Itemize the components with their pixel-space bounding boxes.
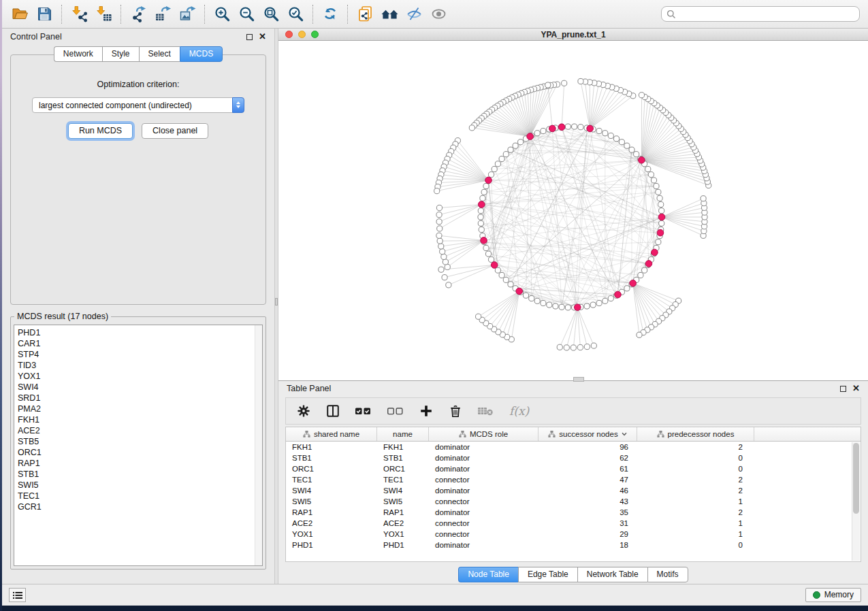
network-graph[interactable] [278,41,867,380]
satellite-node[interactable] [436,233,442,238]
mcds-list-scrollbar[interactable] [255,325,262,565]
task-history-button[interactable] [9,588,26,602]
close-panel-icon[interactable]: ✕ [259,33,266,40]
mcds-hub-node[interactable] [658,214,665,220]
float-panel-icon[interactable] [840,386,846,392]
table-tab-edge-table[interactable]: Edge Table [518,567,577,582]
satellite-node[interactable] [476,314,481,319]
mcds-result-item[interactable]: STB5 [18,436,262,447]
table-scrollbar[interactable] [852,442,860,561]
mcds-result-item[interactable]: SWI5 [18,480,262,491]
satellite-node[interactable] [436,205,442,210]
satellite-node[interactable] [437,226,443,231]
mcds-hub-node[interactable] [657,229,664,236]
table-row[interactable]: FKH1FKH1dominator962 [286,442,861,452]
zoom-fit-icon[interactable] [259,3,283,26]
network-canvas[interactable] [278,41,868,380]
ring-node[interactable] [659,208,664,214]
save-session-icon[interactable] [32,3,57,26]
cell-name[interactable]: ACE2 [377,519,429,527]
ring-node[interactable] [541,300,546,306]
table-row[interactable]: SWI4SWI4dominator462 [286,485,861,496]
cell-MCDS-role[interactable]: dominator [429,465,539,473]
export-network-icon[interactable] [126,3,150,26]
table-tab-node-table[interactable]: Node Table [458,567,518,582]
mcds-result-item[interactable]: RAP1 [18,458,262,469]
table-row[interactable]: STB1STB1dominator620 [286,452,861,463]
table-row[interactable]: SWI5SWI5connector431 [286,496,861,507]
mcds-hub-node[interactable] [615,291,622,298]
ring-node[interactable] [480,195,485,201]
cell-shared-name[interactable]: PHD1 [286,541,377,549]
add-column-icon[interactable] [419,403,434,418]
mcds-hub-node[interactable] [645,261,652,267]
ring-node[interactable] [656,240,661,245]
column-header-name[interactable]: name [377,427,429,441]
mcds-hub-node[interactable] [516,288,523,295]
ring-node[interactable] [503,152,509,157]
ring-node[interactable] [648,171,654,177]
ring-node[interactable] [619,139,624,145]
mcds-hub-node[interactable] [587,125,594,132]
cell-MCDS-role[interactable]: dominator [429,443,539,451]
ring-node[interactable] [488,171,494,177]
cell-MCDS-role[interactable]: connector [429,530,539,538]
cell-name[interactable]: PHD1 [377,541,429,549]
cell-shared-name[interactable]: ACE2 [286,519,377,527]
ring-node[interactable] [508,147,513,152]
cell-shared-name[interactable]: RAP1 [286,508,377,516]
ring-node[interactable] [641,267,647,273]
mcds-result-list[interactable]: PHD1CAR1STP4TID3YOX1SWI4SRD1PMA2FKH1ACE2… [14,325,263,566]
ring-node[interactable] [578,125,583,130]
mcds-hub-node[interactable] [639,157,645,164]
mcds-result-item[interactable]: ORC1 [18,447,262,458]
ring-node[interactable] [483,245,489,250]
tab-style[interactable]: Style [102,46,139,62]
satellite-node[interactable] [438,267,444,272]
cell-successor-nodes[interactable]: 61 [539,465,637,473]
table-scrollbar-thumb[interactable] [853,443,859,514]
tab-network[interactable]: Network [54,46,102,62]
satellite-node[interactable] [578,78,583,84]
ring-node[interactable] [508,282,513,287]
ring-node[interactable] [572,124,577,129]
cell-predecessor-nodes[interactable]: 2 [637,476,754,484]
ring-node[interactable] [547,302,552,308]
cell-shared-name[interactable]: FKH1 [286,443,377,451]
home-icon[interactable] [377,3,402,26]
mcds-hub-node[interactable] [491,262,498,269]
refresh-icon[interactable] [318,3,342,26]
cell-successor-nodes[interactable]: 29 [539,530,637,538]
settings-gear-icon[interactable] [296,403,311,418]
column-header-successor-nodes[interactable]: successor nodes [539,427,637,441]
cell-successor-nodes[interactable]: 43 [539,497,637,506]
ring-node[interactable] [485,251,491,257]
cell-MCDS-role[interactable]: connector [429,476,539,484]
mcds-result-item[interactable]: STP4 [18,349,262,360]
cell-predecessor-nodes[interactable]: 2 [637,508,754,516]
cell-shared-name[interactable]: STB1 [286,454,377,462]
cell-name[interactable]: YOX1 [377,530,429,538]
show-eye-icon[interactable] [426,3,451,26]
ring-node[interactable] [659,220,664,226]
satellite-node[interactable] [557,344,562,350]
table-row[interactable]: PHD1PHD1dominator180 [286,540,861,550]
ring-node[interactable] [559,304,564,310]
ring-node[interactable] [656,189,661,195]
table-row[interactable]: YOX1YOX1connector291 [286,529,861,540]
ring-node[interactable] [584,303,590,309]
column-header-predecessor-nodes[interactable]: predecessor nodes [637,427,754,441]
cell-MCDS-role[interactable]: dominator [429,454,539,462]
ring-node[interactable] [479,227,484,232]
mcds-hub-node[interactable] [485,177,492,184]
close-panel-icon[interactable]: ✕ [852,385,860,392]
table-tab-motifs[interactable]: Motifs [647,567,688,582]
ring-node[interactable] [624,143,630,148]
table-row[interactable]: TEC1TEC1connector472 [286,474,861,485]
satellite-node[interactable] [441,254,447,259]
ring-node[interactable] [553,303,558,309]
ring-node[interactable] [634,152,639,157]
cell-predecessor-nodes[interactable]: 0 [637,541,754,549]
satellite-node[interactable] [639,93,644,98]
ring-node[interactable] [541,128,546,133]
